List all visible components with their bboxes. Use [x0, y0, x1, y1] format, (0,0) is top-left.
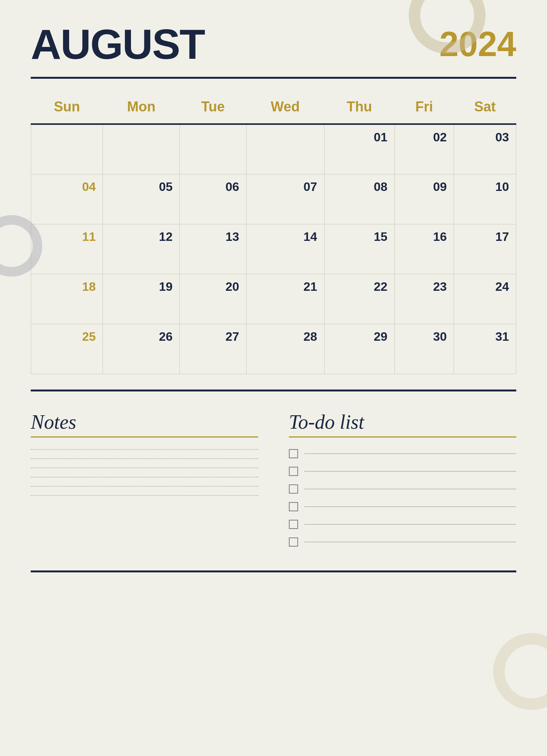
- day-number: 23: [402, 280, 447, 294]
- calendar-cell: 12: [103, 224, 180, 274]
- todo-checkbox[interactable]: [289, 484, 298, 494]
- todo-item: [289, 502, 516, 511]
- day-number: 02: [402, 130, 447, 144]
- notes-line: [31, 458, 258, 459]
- day-number: 04: [38, 180, 96, 194]
- calendar-cell: 25: [31, 324, 103, 374]
- notes-line: [31, 495, 258, 496]
- calendar-cell: 03: [454, 124, 516, 174]
- day-number: 25: [38, 330, 96, 344]
- calendar-cell: 24: [454, 274, 516, 324]
- header-sun: Sun: [31, 90, 103, 124]
- notes-title: Notes: [31, 411, 258, 433]
- calendar-cell: 10: [454, 174, 516, 224]
- calendar-cell: 31: [454, 324, 516, 374]
- calendar-week-4: 25262728293031: [31, 324, 516, 374]
- day-number: 13: [187, 230, 239, 244]
- calendar-cell: 21: [246, 274, 324, 324]
- notes-line: [31, 486, 258, 487]
- bottom-section: Notes To-do list: [31, 411, 516, 555]
- day-number: 05: [110, 180, 172, 194]
- todo-checkbox[interactable]: [289, 467, 298, 476]
- notes-line: [31, 468, 258, 468]
- todo-item: [289, 484, 516, 494]
- notes-line: [31, 449, 258, 450]
- todo-checkbox[interactable]: [289, 537, 298, 547]
- calendar-cell: 16: [395, 224, 454, 274]
- day-header-row: Sun Mon Tue Wed Thu Fri Sat: [31, 90, 516, 124]
- todo-checkbox[interactable]: [289, 449, 298, 458]
- day-number: 24: [461, 280, 509, 294]
- calendar-cell: 04: [31, 174, 103, 224]
- header-mon: Mon: [103, 90, 180, 124]
- calendar-cell: 30: [395, 324, 454, 374]
- day-number: 21: [254, 280, 317, 294]
- todo-line: [304, 524, 516, 525]
- calendar-cell: 09: [395, 174, 454, 224]
- day-number: 03: [461, 130, 509, 144]
- calendar-cell: 05: [103, 174, 180, 224]
- calendar-cell: 13: [180, 224, 246, 274]
- todo-line: [304, 542, 516, 542]
- day-number: 10: [461, 180, 509, 194]
- top-bar: [31, 77, 516, 79]
- calendar-cell: 14: [246, 224, 324, 274]
- day-number: 28: [254, 330, 317, 344]
- todo-line: [304, 453, 516, 454]
- todo-items: [289, 449, 516, 547]
- page: AUGUST 2024 Sun Mon Tue Wed Thu Fri Sat …: [0, 0, 547, 756]
- todo-line: [304, 471, 516, 472]
- calendar-cell: 22: [324, 274, 395, 324]
- todo-checkbox[interactable]: [289, 520, 298, 529]
- day-number: 17: [461, 230, 509, 244]
- day-number: 12: [110, 230, 172, 244]
- header-tue: Tue: [180, 90, 246, 124]
- notes-underline: [31, 436, 258, 438]
- day-number: 22: [332, 280, 388, 294]
- day-number: 27: [187, 330, 239, 344]
- calendar-cell: 06: [180, 174, 246, 224]
- calendar-cell: 23: [395, 274, 454, 324]
- calendar-week-2: 11121314151617: [31, 224, 516, 274]
- day-number: 16: [402, 230, 447, 244]
- notes-line: [31, 477, 258, 477]
- calendar-cell: 19: [103, 274, 180, 324]
- todo-checkbox[interactable]: [289, 502, 298, 511]
- todo-line: [304, 489, 516, 489]
- header-thu: Thu: [324, 90, 395, 124]
- todo-underline: [289, 436, 516, 438]
- calendar-cell: 17: [454, 224, 516, 274]
- calendar-week-3: 18192021222324: [31, 274, 516, 324]
- calendar: Sun Mon Tue Wed Thu Fri Sat 010203040506…: [31, 90, 516, 374]
- calendar-cell: 26: [103, 324, 180, 374]
- todo-item: [289, 467, 516, 476]
- calendar-bottom-border: [31, 390, 516, 391]
- notes-lines: [31, 449, 258, 496]
- calendar-week-1: 04050607080910: [31, 174, 516, 224]
- calendar-cell: [246, 124, 324, 174]
- day-number: 26: [110, 330, 172, 344]
- calendar-cell: 28: [246, 324, 324, 374]
- calendar-cell: 15: [324, 224, 395, 274]
- todo-section: To-do list: [289, 411, 516, 555]
- calendar-week-0: 010203: [31, 124, 516, 174]
- header-fri: Fri: [395, 90, 454, 124]
- todo-item: [289, 520, 516, 529]
- calendar-cell: 27: [180, 324, 246, 374]
- calendar-cell: 01: [324, 124, 395, 174]
- deco-circle-bottom-right: [493, 633, 547, 710]
- day-number: 08: [332, 180, 388, 194]
- calendar-cell: [180, 124, 246, 174]
- day-number: 20: [187, 280, 239, 294]
- calendar-cell: 29: [324, 324, 395, 374]
- day-number: 14: [254, 230, 317, 244]
- day-number: 18: [38, 280, 96, 294]
- calendar-cell: 18: [31, 274, 103, 324]
- calendar-cell: 20: [180, 274, 246, 324]
- day-number: 15: [332, 230, 388, 244]
- notes-section: Notes: [31, 411, 258, 555]
- day-number: 19: [110, 280, 172, 294]
- day-number: 30: [402, 330, 447, 344]
- calendar-cell: 08: [324, 174, 395, 224]
- calendar-cell: 07: [246, 174, 324, 224]
